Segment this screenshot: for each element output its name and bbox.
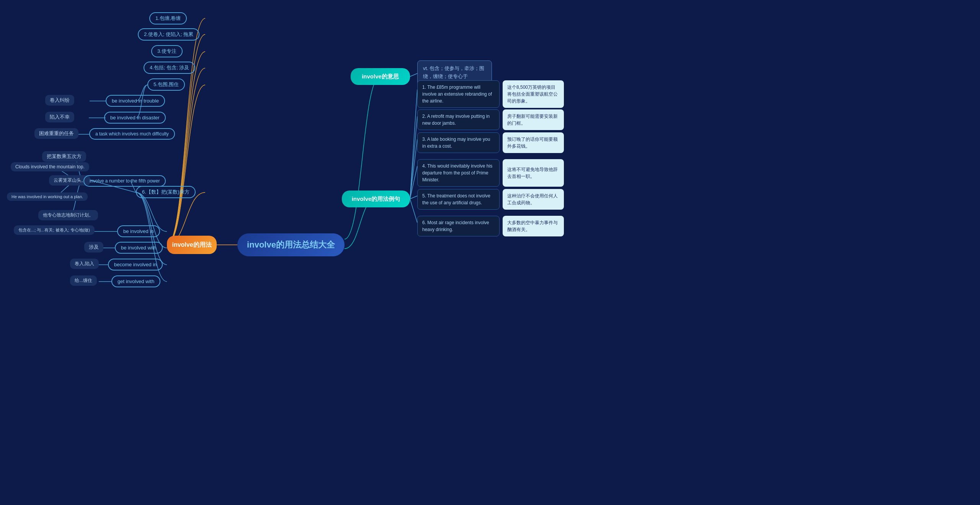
- sub-ta-zhuan: 他专心致志地制订计划。: [38, 210, 98, 220]
- phrase-become-involved: become involved in: [108, 259, 163, 270]
- example-2: 2. A retrofit may involve putting in new…: [417, 109, 564, 130]
- usage-1: 1.包缠,卷缠: [149, 12, 187, 24]
- example-5: 5. The treatment does not involve the us…: [417, 189, 564, 210]
- example-4: 4. This would inevitably involve his dep…: [417, 159, 564, 187]
- meaning-node: involve的意思: [351, 68, 410, 85]
- center-node: involve的用法总结大全: [237, 233, 345, 256]
- main-usage-node: involve的用法: [167, 236, 217, 254]
- example-1: 1. The £85m programme will involve an ex…: [417, 80, 564, 108]
- sub-clouds: Clouds involved the mountain top.: [11, 162, 89, 171]
- sub-phrase-gei: 给...缠住: [70, 275, 97, 286]
- sub-phrase-baohanzai: 包含在...; 与...有关; 被卷入; 专心地(做): [14, 225, 95, 235]
- phrase-be-involved-with: be involved with: [115, 242, 163, 254]
- example-6: 6. Most air rage incidents involve heavy…: [417, 216, 564, 236]
- sub-xian-ru: 陷入不幸: [45, 112, 74, 122]
- usage-5: 5.包围,围住: [147, 78, 185, 91]
- sub-phrase-sheji: 涉及: [84, 242, 103, 252]
- phrase-be-involved-trouble: be involved in trouble: [106, 95, 165, 107]
- sub-phrase-juanru: 卷入,陷入: [70, 259, 99, 269]
- example-3: 3. A late booking may involve you in ext…: [417, 132, 564, 153]
- phrase-involve-number: involve a number to the fifth power: [83, 175, 166, 187]
- sub-he-was: He was involved in working out a plan.: [7, 192, 88, 201]
- sub-kunnan: 困难重重的任务: [34, 128, 78, 139]
- phrase-be-involved-in: be involved in: [117, 225, 160, 237]
- phrase-get-involved: get involved with: [111, 275, 160, 287]
- sub-ba-shu: 把某数乘五次方: [42, 151, 86, 162]
- usage-3: 3.使专注: [151, 45, 183, 57]
- example-node: involve的用法例句: [342, 191, 410, 207]
- phrase-task-involves: a task which involves much difficulty: [89, 128, 175, 140]
- usage-4: 4.包括; 包含; 涉及: [144, 62, 195, 74]
- usage-2: 2.使卷入; 使陷入; 拖累: [138, 28, 199, 41]
- sub-juan-ru: 卷入纠纷: [45, 95, 74, 106]
- usage-6: 6.【数】把(某数)乘方: [136, 186, 196, 198]
- phrase-be-involved-disaster: be involved in disaster: [104, 112, 166, 124]
